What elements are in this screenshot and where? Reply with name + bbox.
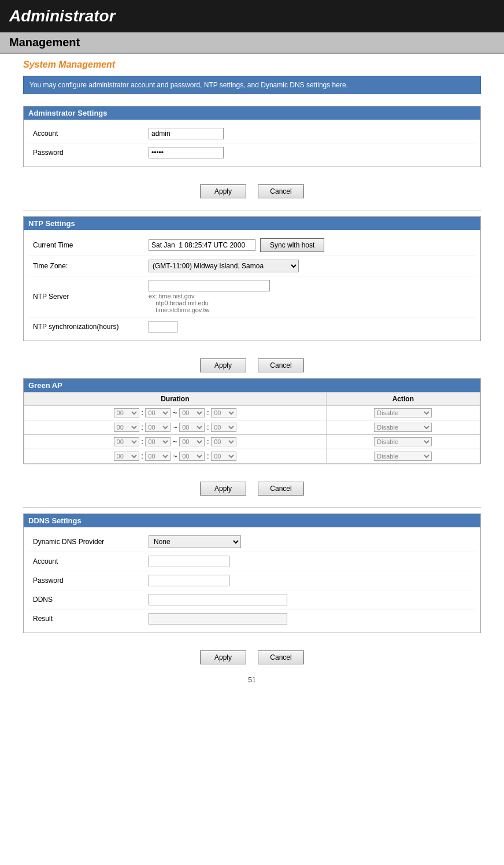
min-start-select-1[interactable]: 00	[145, 408, 171, 417]
min-end-select-4[interactable]: 00	[211, 452, 236, 461]
divider-1	[23, 210, 481, 210]
action-cell: Disable	[326, 420, 480, 435]
action-select-3[interactable]: Disable	[374, 437, 432, 446]
duration-cell: 00 : 00 ~ 00 : 00	[24, 420, 327, 435]
action-cell: Disable	[326, 449, 480, 464]
management-header: Management	[0, 32, 504, 54]
min-start-select-3[interactable]: 00	[145, 437, 171, 446]
page-title: Administrator	[9, 7, 495, 25]
green-ap-section: Green AP Duration Action 00 : 00 ~	[23, 378, 481, 464]
ddns-password-row: Password	[28, 571, 476, 590]
ddns-row: DDNS	[28, 590, 476, 609]
admin-apply-button[interactable]: Apply	[200, 184, 246, 198]
action-select-4[interactable]: Disable	[374, 452, 432, 461]
duration-cell: 00 : 00 ~ 00 : 00	[24, 435, 327, 449]
dns-provider-label: Dynamic DNS Provider	[33, 538, 149, 546]
dns-provider-select[interactable]: None DynDNS No-IP TZO	[149, 535, 241, 548]
ntp-sync-input[interactable]	[149, 321, 177, 332]
green-ap-cancel-button[interactable]: Cancel	[258, 482, 304, 496]
admin-settings-section: Adminstrator Settings Account Password	[23, 106, 481, 167]
ddns-settings-section: DDNS Settings Dynamic DNS Provider None …	[23, 513, 481, 633]
min-end-select-3[interactable]: 00	[211, 437, 236, 446]
account-row: Account	[28, 124, 476, 143]
min-end-select-2[interactable]: 00	[211, 423, 236, 432]
admin-settings-header: Adminstrator Settings	[24, 106, 480, 120]
ntp-cancel-button[interactable]: Cancel	[258, 358, 304, 372]
ntp-server-row: NTP Server ex: time.nist.gov ntp0.broad.…	[28, 276, 476, 317]
hour-start-select-2[interactable]: 00	[114, 423, 139, 432]
ddns-settings-body: Dynamic DNS Provider None DynDNS No-IP T…	[24, 527, 480, 633]
min-start-select-2[interactable]: 00	[145, 423, 171, 432]
green-ap-button-row: Apply Cancel	[23, 476, 481, 501]
dns-provider-row: Dynamic DNS Provider None DynDNS No-IP T…	[28, 532, 476, 552]
duration-col-header: Duration	[24, 393, 327, 406]
ddns-password-label: Password	[33, 576, 149, 585]
hour-end-select-1[interactable]: 00	[179, 408, 205, 417]
time-zone-select[interactable]: (GMT-11:00) Midway Island, Samoa (GMT-10…	[149, 260, 299, 272]
hour-end-select-2[interactable]: 00	[179, 423, 205, 432]
hour-start-select-3[interactable]: 00	[114, 437, 139, 446]
green-ap-body: Duration Action 00 : 00 ~ 00 : 00	[24, 392, 480, 464]
hour-start-select-1[interactable]: 00	[114, 408, 139, 417]
admin-cancel-button[interactable]: Cancel	[258, 184, 304, 198]
green-ap-apply-button[interactable]: Apply	[200, 482, 246, 496]
ddns-label: DDNS	[33, 596, 149, 604]
ddns-password-input[interactable]	[149, 575, 229, 586]
time-zone-row: Time Zone: (GMT-11:00) Midway Island, Sa…	[28, 256, 476, 276]
ntp-server-cell: ex: time.nist.gov ntp0.broad.mit.edu tim…	[149, 280, 270, 313]
table-row: 00 : 00 ~ 00 : 00 Disable	[24, 406, 480, 420]
top-header: Administrator	[0, 0, 504, 32]
password-row: Password	[28, 143, 476, 162]
current-time-input[interactable]	[149, 239, 255, 251]
sync-with-host-button[interactable]: Sync with host	[260, 238, 324, 252]
ntp-example-text: ex: time.nist.gov ntp0.broad.mit.edu tim…	[149, 293, 270, 313]
min-end-select-1[interactable]: 00	[211, 408, 236, 417]
system-management-title: System Management	[23, 60, 481, 70]
ddns-account-row: Account	[28, 552, 476, 571]
ddns-button-row: Apply Cancel	[23, 645, 481, 670]
ntp-server-input[interactable]	[149, 280, 270, 291]
ddns-settings-header: DDNS Settings	[24, 514, 480, 527]
green-ap-header: Green AP	[24, 379, 480, 392]
divider-2	[23, 507, 481, 508]
account-label: Account	[33, 130, 149, 138]
ddns-apply-button[interactable]: Apply	[200, 650, 246, 664]
table-row: 00 : 00 ~ 00 : 00 Disable	[24, 449, 480, 464]
ntp-sync-label: NTP synchronization(hours)	[33, 323, 149, 331]
action-col-header: Action	[326, 393, 480, 406]
min-start-select-4[interactable]: 00	[145, 452, 171, 461]
ntp-apply-button[interactable]: Apply	[200, 358, 246, 372]
admin-button-row: Apply Cancel	[23, 179, 481, 204]
ddns-account-label: Account	[33, 557, 149, 565]
page-number: 51	[23, 670, 481, 690]
ddns-input[interactable]	[149, 594, 287, 605]
current-time-row: Current Time Sync with host	[28, 235, 476, 256]
ddns-account-input[interactable]	[149, 556, 229, 567]
ddns-result-value	[149, 613, 287, 624]
green-ap-table: Duration Action 00 : 00 ~ 00 : 00	[24, 392, 480, 464]
management-title: Management	[9, 36, 495, 49]
ntp-button-row: Apply Cancel	[23, 353, 481, 378]
ddns-result-row: Result	[28, 609, 476, 628]
password-input[interactable]	[149, 147, 224, 158]
action-cell: Disable	[326, 435, 480, 449]
ntp-settings-body: Current Time Sync with host Time Zone: (…	[24, 230, 480, 341]
account-input[interactable]	[149, 128, 224, 139]
hour-end-select-3[interactable]: 00	[179, 437, 205, 446]
password-label: Password	[33, 149, 149, 157]
content-area: System Management You may configure admi…	[0, 54, 504, 701]
ntp-sync-row: NTP synchronization(hours)	[28, 317, 476, 336]
ntp-server-label: NTP Server	[33, 293, 149, 301]
action-cell: Disable	[326, 406, 480, 420]
ddns-cancel-button[interactable]: Cancel	[258, 650, 304, 664]
admin-settings-body: Account Password	[24, 120, 480, 167]
duration-cell: 00 : 00 ~ 00 : 00	[24, 406, 327, 420]
action-select-2[interactable]: Disable	[374, 423, 432, 432]
action-select-1[interactable]: Disable	[374, 408, 432, 417]
ntp-settings-header: NTP Settings	[24, 217, 480, 230]
time-zone-label: Time Zone:	[33, 262, 149, 270]
current-time-label: Current Time	[33, 241, 149, 249]
hour-end-select-4[interactable]: 00	[179, 452, 205, 461]
hour-start-select-4[interactable]: 00	[114, 452, 139, 461]
ddns-result-label: Result	[33, 615, 149, 623]
